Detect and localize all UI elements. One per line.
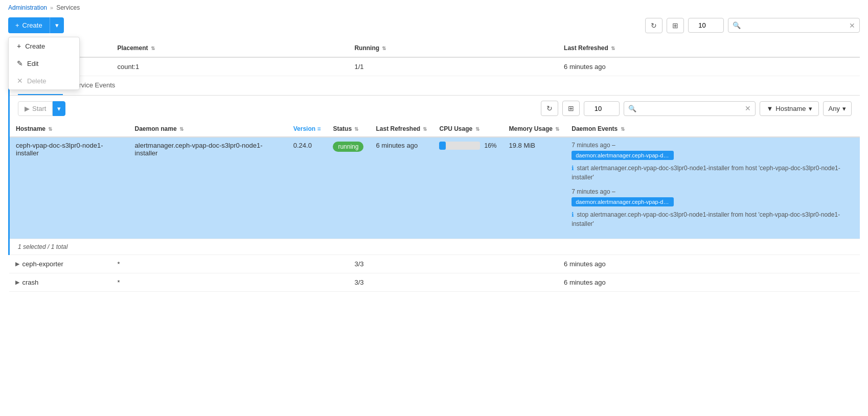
daemon-refresh-button[interactable]: ↻ xyxy=(541,101,558,116)
info-icon-1: ℹ xyxy=(572,165,574,172)
breadcrumb-separator: » xyxy=(50,5,53,11)
main-toolbar: + Create ▾ + Create ✎ Edit ✕ Delete xyxy=(8,17,860,33)
create-button-group: + Create ▾ + Create ✎ Edit ✕ Delete xyxy=(8,17,64,33)
ceph-exporter-refreshed: 6 minutes ago xyxy=(558,255,860,273)
daemon-name-cell: alertmanager.ceph-vpap-doc-s3lpr0-node1-… xyxy=(129,137,287,239)
ceph-exporter-label: ceph-exporter xyxy=(22,260,63,268)
any-label: Any xyxy=(829,105,840,112)
service-running-cell: 1/1 xyxy=(348,57,558,76)
daemon-col-version[interactable]: Version ≡ xyxy=(287,121,327,137)
daemon-events-cell: 7 minutes ago – daemon:alertmanager.ceph… xyxy=(565,137,860,239)
crash-name-cell: ▶ crash xyxy=(9,273,111,292)
rows-per-page-input[interactable]: 10 xyxy=(688,18,724,33)
sort-icon-placement: ⇅ xyxy=(151,45,155,51)
sort-events: ⇅ xyxy=(621,126,625,132)
sort-status: ⇅ xyxy=(354,126,358,132)
version-filter-icon: ≡ xyxy=(317,125,321,132)
expand-icon-exporter[interactable]: ▶ xyxy=(15,261,19,267)
selection-count: 1 selected / 1 total xyxy=(10,239,860,255)
daemon-memory: 19.8 MiB xyxy=(503,137,566,239)
search-input[interactable] xyxy=(744,18,846,32)
play-icon: ▶ xyxy=(25,105,30,112)
columns-button[interactable]: ⊞ xyxy=(667,18,684,33)
crash-label: crash xyxy=(22,279,39,286)
ceph-exporter-running: 3/3 xyxy=(348,255,558,273)
crash-placement: * xyxy=(111,273,349,292)
refresh-icon-2: ↻ xyxy=(546,104,553,112)
create-button[interactable]: + Create xyxy=(8,17,50,33)
dropdown-edit[interactable]: ✎ Edit xyxy=(9,55,79,72)
daemon-search-box: 🔍 ✕ xyxy=(624,101,756,116)
any-filter-button[interactable]: Any ▾ xyxy=(823,101,852,116)
plus-icon: + xyxy=(15,21,19,29)
daemon-col-hostname[interactable]: Hostname ⇅ xyxy=(10,121,129,137)
sort-cpu: ⇅ xyxy=(475,126,479,132)
dropdown-delete-label: Delete xyxy=(27,77,47,85)
hostname-filter-label: Hostname xyxy=(775,105,806,112)
daemon-row[interactable]: ceph-vpap-doc-s3lpr0-node1-installer ale… xyxy=(10,137,860,239)
daemon-search-input[interactable] xyxy=(639,102,742,115)
breadcrumb-services: Services xyxy=(56,4,80,11)
breadcrumb-admin[interactable]: Administration xyxy=(8,4,47,11)
service-row-ceph-exporter[interactable]: ▶ ceph-exporter * 3/3 6 minutes ago xyxy=(9,255,860,273)
create-dropdown-menu: + Create ✎ Edit ✕ Delete xyxy=(8,37,80,90)
daemon-search-clear[interactable]: ✕ xyxy=(745,104,751,112)
event-badge-2: daemon:alertmanager.ceph-vpap-doc-s3lpr0 xyxy=(572,197,674,206)
search-box: 🔍 ✕ xyxy=(728,18,860,33)
refresh-button[interactable]: ↻ xyxy=(645,18,663,33)
daemon-rows-input[interactable] xyxy=(584,101,620,116)
col-placement[interactable]: Placement ⇅ xyxy=(111,39,349,57)
ceph-exporter-placement: * xyxy=(111,255,349,273)
chevron-down-icon-2: ▾ xyxy=(57,105,61,112)
ceph-exporter-name-cell: ▶ ceph-exporter xyxy=(9,255,111,273)
event-time-1: 7 minutes ago – xyxy=(572,142,854,149)
hostname-filter-button[interactable]: ▼ Hostname ▾ xyxy=(760,101,818,116)
col-last-refreshed[interactable]: Last Refreshed ⇅ xyxy=(558,39,860,57)
event-badge-1: daemon:alertmanager.ceph-vpap-doc-s3lpr0 xyxy=(572,151,674,160)
sort-icon-last-refreshed: ⇅ xyxy=(611,45,615,51)
event-desc-2: ℹ stop alertmanager.ceph-vpap-doc-s3lpr0… xyxy=(572,210,854,228)
event-desc-text-1: start alertmanager.ceph-vpap-doc-s3lpr0-… xyxy=(572,165,840,181)
daemon-version: 0.24.0 xyxy=(287,137,327,239)
main-content: + Create ▾ + Create ✎ Edit ✕ Delete xyxy=(0,13,868,296)
daemon-toolbar: ▶ Start ▾ ↻ xyxy=(10,96,860,121)
start-label: Start xyxy=(32,105,46,112)
daemon-col-cpu[interactable]: CPU Usage ⇅ xyxy=(433,121,502,137)
info-icon-2: ℹ xyxy=(572,211,574,218)
daemon-status: running xyxy=(327,137,370,239)
event-time-2: 7 minutes ago – xyxy=(572,188,854,195)
status-badge: running xyxy=(333,142,363,152)
delete-icon: ✕ xyxy=(17,77,23,85)
columns-icon: ⊞ xyxy=(672,21,678,30)
chevron-down-icon: ▾ xyxy=(55,21,59,29)
dropdown-create[interactable]: + Create xyxy=(9,37,79,55)
daemon-tabs: Daemons Service Events xyxy=(10,76,860,96)
daemon-col-refreshed[interactable]: Last Refreshed ⇅ xyxy=(370,121,433,137)
sort-daemon-name: ⇅ xyxy=(179,126,184,132)
daemon-col-memory[interactable]: Memory Usage ⇅ xyxy=(503,121,566,137)
sort-hostname: ⇅ xyxy=(48,126,52,132)
table-header-row: Service ⇅ Placement ⇅ Running ⇅ Last Ref… xyxy=(9,39,860,57)
create-dropdown-toggle[interactable]: ▾ xyxy=(50,17,64,33)
service-row-crash[interactable]: ▶ crash * 3/3 6 minutes ago xyxy=(9,273,860,292)
sort-icon-running: ⇅ xyxy=(382,45,386,51)
chevron-hostname: ▾ xyxy=(809,105,812,112)
service-row-alertmanager[interactable]: ▼ alertman count:1 1/1 6 minutes ago xyxy=(9,57,860,76)
expand-icon-crash[interactable]: ▶ xyxy=(15,279,19,286)
daemon-col-status[interactable]: Status ⇅ xyxy=(327,121,370,137)
cpu-bar-bg xyxy=(439,142,480,150)
daemon-col-name[interactable]: Daemon name ⇅ xyxy=(129,121,287,137)
event-desc-text-2: stop alertmanager.ceph-vpap-doc-s3lpr0-n… xyxy=(572,211,840,227)
daemon-columns-button[interactable]: ⊞ xyxy=(562,101,580,116)
refresh-icon: ↻ xyxy=(651,21,657,30)
col-running[interactable]: Running ⇅ xyxy=(348,39,558,57)
daemon-col-events[interactable]: Daemon Events ⇅ xyxy=(565,121,860,137)
chevron-any: ▾ xyxy=(842,105,846,112)
event-group-2: 7 minutes ago – daemon:alertmanager.ceph… xyxy=(572,188,854,228)
dropdown-delete: ✕ Delete xyxy=(9,72,79,89)
start-dropdown-toggle[interactable]: ▾ xyxy=(53,101,65,116)
start-button-group: ▶ Start ▾ xyxy=(18,101,65,116)
daemon-cpu: 16% xyxy=(433,137,502,239)
search-clear-button[interactable]: ✕ xyxy=(849,21,855,30)
dropdown-edit-label: Edit xyxy=(27,60,38,67)
